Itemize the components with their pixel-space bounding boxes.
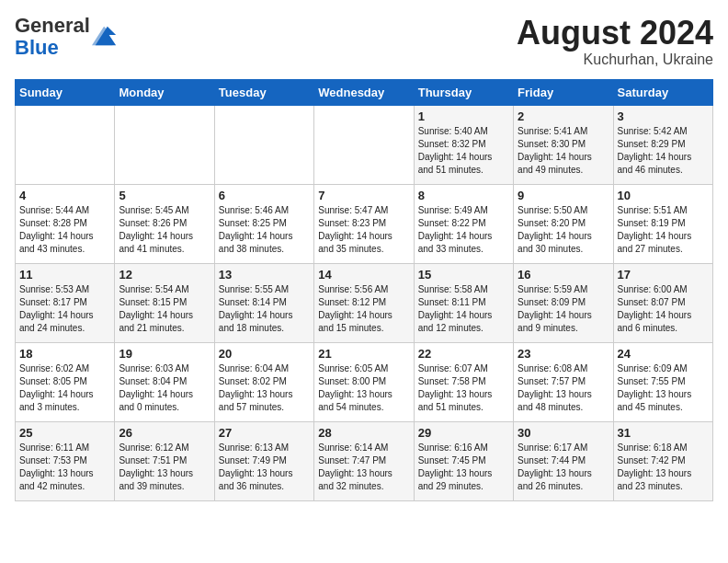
day-number: 12 [119,268,210,282]
day-number: 11 [19,268,110,282]
day-info: Sunrise: 5:45 AM Sunset: 8:26 PM Dayligh… [119,204,210,256]
day-info: Sunrise: 5:53 AM Sunset: 8:17 PM Dayligh… [19,283,110,335]
calendar-week-row: 18Sunrise: 6:02 AM Sunset: 8:05 PM Dayli… [16,342,713,421]
day-info: Sunrise: 5:55 AM Sunset: 8:14 PM Dayligh… [219,283,310,335]
day-number: 10 [618,189,709,202]
calendar-cell: 2Sunrise: 5:41 AM Sunset: 8:30 PM Daylig… [514,105,613,184]
logo-blue-text: Blue [15,36,59,59]
day-number: 27 [219,426,310,440]
calendar-cell: 23Sunrise: 6:08 AM Sunset: 7:57 PM Dayli… [514,342,613,421]
calendar-table: SundayMondayTuesdayWednesdayThursdayFrid… [15,79,713,501]
calendar-cell: 3Sunrise: 5:42 AM Sunset: 8:29 PM Daylig… [613,105,712,184]
day-info: Sunrise: 6:18 AM Sunset: 7:42 PM Dayligh… [618,442,709,493]
day-info: Sunrise: 5:49 AM Sunset: 8:22 PM Dayligh… [418,204,509,256]
calendar-cell: 1Sunrise: 5:40 AM Sunset: 8:32 PM Daylig… [414,105,513,184]
day-number: 28 [318,426,409,440]
day-info: Sunrise: 6:11 AM Sunset: 7:53 PM Dayligh… [19,442,110,493]
calendar-cell: 14Sunrise: 5:56 AM Sunset: 8:12 PM Dayli… [314,263,414,342]
calendar-cell: 19Sunrise: 6:03 AM Sunset: 8:04 PM Dayli… [115,342,214,421]
day-number: 26 [119,426,210,440]
day-number: 5 [119,189,210,202]
calendar-cell: 22Sunrise: 6:07 AM Sunset: 7:58 PM Dayli… [414,342,513,421]
day-number: 24 [618,347,709,361]
calendar-cell [214,105,313,184]
calendar-week-row: 1Sunrise: 5:40 AM Sunset: 8:32 PM Daylig… [16,105,713,184]
calendar-cell: 26Sunrise: 6:12 AM Sunset: 7:51 PM Dayli… [115,421,214,500]
calendar-cell [314,105,414,184]
title-block: August 2024 Kuchurhan, Ukraine [517,15,713,68]
day-of-week-header: Tuesday [214,79,313,105]
day-info: Sunrise: 6:02 AM Sunset: 8:05 PM Dayligh… [19,362,110,414]
month-year: August 2024 [517,15,713,52]
calendar-cell: 28Sunrise: 6:14 AM Sunset: 7:47 PM Dayli… [314,421,414,500]
calendar-header-row: SundayMondayTuesdayWednesdayThursdayFrid… [16,79,713,105]
day-info: Sunrise: 6:05 AM Sunset: 8:00 PM Dayligh… [318,362,409,414]
calendar-week-row: 11Sunrise: 5:53 AM Sunset: 8:17 PM Dayli… [16,263,713,342]
day-info: Sunrise: 5:46 AM Sunset: 8:25 PM Dayligh… [219,204,310,256]
calendar-cell [16,105,115,184]
day-info: Sunrise: 6:16 AM Sunset: 7:45 PM Dayligh… [418,442,509,493]
day-info: Sunrise: 5:41 AM Sunset: 8:30 PM Dayligh… [518,125,609,177]
day-info: Sunrise: 6:07 AM Sunset: 7:58 PM Dayligh… [418,362,509,414]
day-info: Sunrise: 5:51 AM Sunset: 8:19 PM Dayligh… [618,204,709,256]
calendar-cell: 27Sunrise: 6:13 AM Sunset: 7:49 PM Dayli… [214,421,313,500]
day-number: 8 [418,189,509,202]
day-info: Sunrise: 6:08 AM Sunset: 7:57 PM Dayligh… [518,362,609,414]
day-of-week-header: Monday [115,79,214,105]
calendar-cell: 6Sunrise: 5:46 AM Sunset: 8:25 PM Daylig… [214,184,313,263]
day-info: Sunrise: 6:04 AM Sunset: 8:02 PM Dayligh… [219,362,310,414]
day-number: 19 [119,347,210,361]
day-info: Sunrise: 5:44 AM Sunset: 8:28 PM Dayligh… [19,204,110,256]
day-number: 13 [219,268,310,282]
calendar-cell: 25Sunrise: 6:11 AM Sunset: 7:53 PM Dayli… [16,421,115,500]
calendar-cell: 13Sunrise: 5:55 AM Sunset: 8:14 PM Dayli… [214,263,313,342]
calendar-cell [115,105,214,184]
day-info: Sunrise: 6:17 AM Sunset: 7:44 PM Dayligh… [518,442,609,493]
day-info: Sunrise: 6:13 AM Sunset: 7:49 PM Dayligh… [219,442,310,493]
calendar-cell: 17Sunrise: 6:00 AM Sunset: 8:07 PM Dayli… [613,263,712,342]
logo-general-text: General [15,14,90,37]
calendar-cell: 10Sunrise: 5:51 AM Sunset: 8:19 PM Dayli… [613,184,712,263]
day-number: 6 [219,189,310,202]
calendar-cell: 31Sunrise: 6:18 AM Sunset: 7:42 PM Dayli… [613,421,712,500]
calendar-cell: 20Sunrise: 6:04 AM Sunset: 8:02 PM Dayli… [214,342,313,421]
day-number: 4 [19,189,110,202]
day-number: 7 [318,189,409,202]
day-info: Sunrise: 5:50 AM Sunset: 8:20 PM Dayligh… [518,204,609,256]
day-info: Sunrise: 5:56 AM Sunset: 8:12 PM Dayligh… [318,283,409,335]
calendar-cell: 4Sunrise: 5:44 AM Sunset: 8:28 PM Daylig… [16,184,115,263]
page-header: General Blue August 2024 Kuchurhan, Ukra… [15,15,713,68]
day-info: Sunrise: 6:09 AM Sunset: 7:55 PM Dayligh… [618,362,709,414]
day-number: 22 [418,347,509,361]
day-number: 21 [318,347,409,361]
location: Kuchurhan, Ukraine [517,52,713,68]
day-info: Sunrise: 6:00 AM Sunset: 8:07 PM Dayligh… [618,283,709,335]
calendar-cell: 21Sunrise: 6:05 AM Sunset: 8:00 PM Dayli… [314,342,414,421]
calendar-cell: 29Sunrise: 6:16 AM Sunset: 7:45 PM Dayli… [414,421,513,500]
logo-icon [92,23,118,49]
day-of-week-header: Friday [514,79,613,105]
day-number: 31 [618,426,709,440]
day-info: Sunrise: 6:14 AM Sunset: 7:47 PM Dayligh… [318,442,409,493]
calendar-cell: 5Sunrise: 5:45 AM Sunset: 8:26 PM Daylig… [115,184,214,263]
calendar-cell: 7Sunrise: 5:47 AM Sunset: 8:23 PM Daylig… [314,184,414,263]
day-number: 30 [518,426,609,440]
logo: General Blue [15,15,118,59]
day-of-week-header: Sunday [16,79,115,105]
day-number: 18 [19,347,110,361]
day-info: Sunrise: 5:47 AM Sunset: 8:23 PM Dayligh… [318,204,409,256]
day-number: 2 [518,109,609,123]
day-number: 3 [618,109,709,123]
day-of-week-header: Saturday [613,79,712,105]
calendar-cell: 15Sunrise: 5:58 AM Sunset: 8:11 PM Dayli… [414,263,513,342]
day-number: 9 [518,189,609,202]
day-number: 1 [418,109,509,123]
day-info: Sunrise: 5:58 AM Sunset: 8:11 PM Dayligh… [418,283,509,335]
day-number: 16 [518,268,609,282]
calendar-cell: 24Sunrise: 6:09 AM Sunset: 7:55 PM Dayli… [613,342,712,421]
day-number: 23 [518,347,609,361]
day-of-week-header: Wednesday [314,79,414,105]
calendar-cell: 8Sunrise: 5:49 AM Sunset: 8:22 PM Daylig… [414,184,513,263]
calendar-cell: 11Sunrise: 5:53 AM Sunset: 8:17 PM Dayli… [16,263,115,342]
calendar-cell: 30Sunrise: 6:17 AM Sunset: 7:44 PM Dayli… [514,421,613,500]
